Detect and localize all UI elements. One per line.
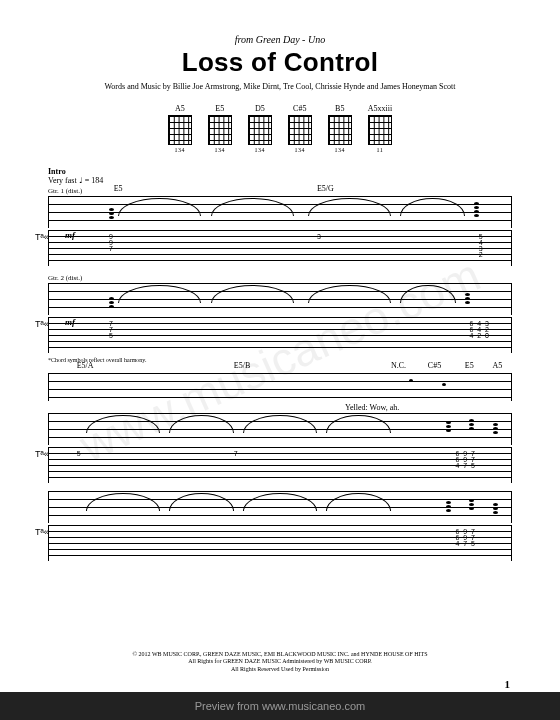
chord-grid xyxy=(368,115,392,145)
staff-notation: E5E5/G mf xyxy=(48,196,512,228)
lyric-line: Yelled: Wow, ah. xyxy=(345,403,399,412)
preview-banner: Preview from www.musicaneo.com xyxy=(0,692,560,720)
note-group xyxy=(474,202,482,216)
tie-curve xyxy=(169,415,234,433)
tie-curve xyxy=(243,415,317,433)
tab-number: 3 xyxy=(317,234,321,240)
tab-number: 7 7 5 xyxy=(109,321,113,339)
tab-number: 6 4 3 6 4 2 4 2 0 xyxy=(469,321,488,339)
tie-curve xyxy=(86,493,160,511)
note-group xyxy=(493,423,501,437)
system-1b: Gtr. 2 (dist.) mf 7 7 56 4 3 6 4 2 4 2 0… xyxy=(48,274,512,363)
tie-curve xyxy=(211,198,294,216)
tie-curve xyxy=(400,285,455,303)
chord-fingering: 134 xyxy=(208,147,232,153)
tempo-text: Very fast ♩ = 184 xyxy=(48,176,103,185)
note-group xyxy=(446,501,454,515)
chord-symbol: E5 xyxy=(465,361,474,370)
chord-fingering: 134 xyxy=(248,147,272,153)
tab-number: 5 4 3 2 xyxy=(479,234,483,258)
staff-notation: E5/AE5/BN.C.C#5E5A5 xyxy=(48,373,512,401)
chord-diagram-row: A5134E5134D5134C#5134B5134A5xxiii11 xyxy=(48,104,512,153)
notehead xyxy=(409,379,413,382)
tempo-marking: Intro Very fast ♩ = 184 xyxy=(48,167,512,185)
tie-curve xyxy=(118,198,201,216)
source-line: from Green Day - Uno xyxy=(48,34,512,45)
tab-number: 6 9 7 6 9 7 4 7 5 xyxy=(456,529,475,547)
lyric-text: Wow, ah. xyxy=(370,403,400,412)
credits: Words and Music by Billie Joe Armstrong,… xyxy=(48,82,512,92)
system-2a: 576 9 7 6 9 7 4 7 5 xyxy=(48,413,512,483)
chord-name: A5 xyxy=(168,104,192,113)
tie-curve xyxy=(326,415,391,433)
tab-staff: 576 9 7 6 9 7 4 7 5 xyxy=(48,447,512,483)
chord-symbol: C#5 xyxy=(428,361,441,370)
intro-label: Intro xyxy=(48,167,66,176)
system-2b: 6 9 7 6 9 7 4 7 5 xyxy=(48,491,512,561)
tie-curve xyxy=(308,285,391,303)
chord-diagram: C#5134 xyxy=(288,104,312,153)
note-group xyxy=(109,208,117,222)
chord-diagram: B5134 xyxy=(328,104,352,153)
tab-number: 7 xyxy=(234,451,238,457)
tab-number: 5 xyxy=(77,451,81,457)
tie-curve xyxy=(211,285,294,303)
chord-symbol: A5 xyxy=(493,361,503,370)
chord-grid xyxy=(208,115,232,145)
chord-symbol: E5/B xyxy=(234,361,250,370)
tab-number: 6 9 7 6 9 7 4 7 5 xyxy=(456,451,475,469)
chord-grid xyxy=(328,115,352,145)
chord-fingering: 134 xyxy=(328,147,352,153)
chord-symbol: E5/A xyxy=(77,361,94,370)
chord-name: A5xxiii xyxy=(368,104,392,113)
note-group xyxy=(493,503,501,517)
chord-symbol: E5/G xyxy=(317,184,334,193)
tie-curve xyxy=(118,285,201,303)
tab-staff: 7 7 56 4 3 6 4 2 4 2 0 xyxy=(48,317,512,353)
gtr2-label: Gtr. 2 (dist.) xyxy=(48,274,512,282)
note-group xyxy=(446,421,454,435)
tie-curve xyxy=(308,198,391,216)
staff-notation xyxy=(48,491,512,523)
tie-curve xyxy=(400,198,465,216)
chord-grid xyxy=(288,115,312,145)
chord-fingering: 134 xyxy=(168,147,192,153)
tab-staff: 6 9 7 6 9 7 4 7 5 xyxy=(48,525,512,561)
tab-number: 9 9 7 xyxy=(109,234,113,252)
lyric-label: Yelled: xyxy=(345,403,368,412)
tie-curve xyxy=(169,493,234,511)
tie-curve xyxy=(243,493,317,511)
note-group xyxy=(109,297,117,311)
note-group xyxy=(469,419,477,433)
chord-symbol: N.C. xyxy=(391,361,406,370)
song-title: Loss of Control xyxy=(48,47,512,78)
chord-diagram: A5134 xyxy=(168,104,192,153)
system-1: Gtr. 1 (dist.) E5E5/G mf 9 9 735 4 3 2 xyxy=(48,187,512,266)
chord-name: D5 xyxy=(248,104,272,113)
footnote: *Chord symbols reflect overall harmony. xyxy=(48,357,512,363)
sheet-music-page: from Green Day - Uno Loss of Control Wor… xyxy=(20,16,540,696)
notehead xyxy=(442,383,446,386)
chord-fingering: 11 xyxy=(368,147,392,153)
copyright-notice: © 2012 WB MUSIC CORP., GREEN DAZE MUSIC,… xyxy=(20,651,540,674)
note-group xyxy=(465,293,473,307)
chord-fingering: 134 xyxy=(288,147,312,153)
page-number: 1 xyxy=(505,678,511,690)
tie-curve xyxy=(326,493,391,511)
tab-staff: 9 9 735 4 3 2 xyxy=(48,230,512,266)
chord-name: C#5 xyxy=(288,104,312,113)
staff-notation xyxy=(48,413,512,445)
tie-curve xyxy=(86,415,160,433)
staff-notation: mf xyxy=(48,283,512,315)
chord-diagram: E5134 xyxy=(208,104,232,153)
chord-diagram: D5134 xyxy=(248,104,272,153)
chord-name: B5 xyxy=(328,104,352,113)
note-group xyxy=(469,499,477,513)
chord-diagram: A5xxiii11 xyxy=(368,104,392,153)
system-2-vocal: E5/AE5/BN.C.C#5E5A5 Yelled: Wow, ah. xyxy=(48,373,512,401)
chord-name: E5 xyxy=(208,104,232,113)
chord-symbol: E5 xyxy=(114,184,123,193)
chord-grid xyxy=(168,115,192,145)
chord-grid xyxy=(248,115,272,145)
